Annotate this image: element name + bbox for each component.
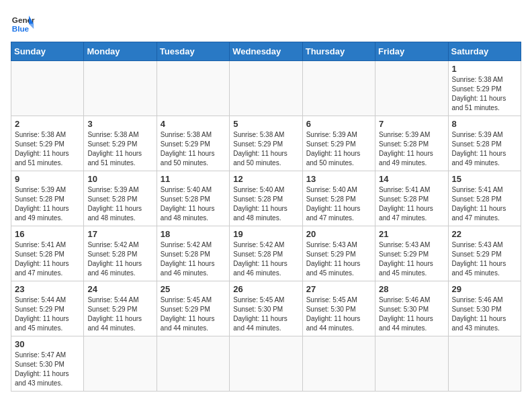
- calendar-cell: [230, 61, 302, 116]
- day-number: 29: [452, 284, 517, 294]
- day-content: Sunrise: 5:39 AM Sunset: 5:28 PM Dayligh…: [15, 185, 80, 223]
- day-number: 26: [233, 284, 298, 294]
- calendar-cell: 12Sunrise: 5:40 AM Sunset: 5:28 PM Dayli…: [230, 171, 302, 226]
- day-number: 8: [452, 119, 517, 129]
- calendar-week-3: 16Sunrise: 5:41 AM Sunset: 5:28 PM Dayli…: [11, 226, 521, 281]
- day-content: Sunrise: 5:46 AM Sunset: 5:30 PM Dayligh…: [379, 295, 444, 333]
- day-content: Sunrise: 5:42 AM Sunset: 5:28 PM Dayligh…: [233, 240, 298, 278]
- weekday-header-saturday: Saturday: [448, 42, 521, 61]
- page-header: General Blue: [11, 11, 521, 35]
- day-number: 22: [452, 229, 517, 239]
- day-content: Sunrise: 5:40 AM Sunset: 5:28 PM Dayligh…: [233, 185, 298, 223]
- day-number: 19: [233, 229, 298, 239]
- calendar-cell: 5Sunrise: 5:38 AM Sunset: 5:29 PM Daylig…: [230, 116, 302, 171]
- calendar-cell: [448, 336, 521, 392]
- day-number: 30: [15, 339, 80, 349]
- day-content: Sunrise: 5:39 AM Sunset: 5:29 PM Dayligh…: [306, 130, 371, 168]
- day-content: Sunrise: 5:38 AM Sunset: 5:29 PM Dayligh…: [15, 130, 80, 168]
- calendar-cell: 2Sunrise: 5:38 AM Sunset: 5:29 PM Daylig…: [11, 116, 84, 171]
- calendar-cell: 7Sunrise: 5:39 AM Sunset: 5:28 PM Daylig…: [375, 116, 448, 171]
- logo: General Blue: [11, 11, 35, 35]
- day-content: Sunrise: 5:44 AM Sunset: 5:29 PM Dayligh…: [87, 295, 152, 333]
- day-number: 18: [161, 229, 226, 239]
- calendar-cell: [157, 61, 229, 116]
- calendar-cell: [375, 61, 448, 116]
- day-content: Sunrise: 5:39 AM Sunset: 5:28 PM Dayligh…: [452, 130, 517, 168]
- day-number: 17: [87, 229, 152, 239]
- calendar-week-4: 23Sunrise: 5:44 AM Sunset: 5:29 PM Dayli…: [11, 281, 521, 336]
- calendar-cell: 9Sunrise: 5:39 AM Sunset: 5:28 PM Daylig…: [11, 171, 84, 226]
- day-number: 28: [379, 284, 444, 294]
- calendar-cell: [11, 61, 84, 116]
- weekday-header-sunday: Sunday: [11, 42, 84, 61]
- day-number: 5: [233, 119, 298, 129]
- day-number: 1: [452, 64, 517, 74]
- calendar-cell: 8Sunrise: 5:39 AM Sunset: 5:28 PM Daylig…: [448, 116, 521, 171]
- day-content: Sunrise: 5:39 AM Sunset: 5:28 PM Dayligh…: [379, 130, 444, 168]
- calendar-cell: 27Sunrise: 5:45 AM Sunset: 5:30 PM Dayli…: [302, 281, 375, 336]
- day-number: 13: [306, 174, 371, 184]
- weekday-header-friday: Friday: [375, 42, 448, 61]
- weekday-header-thursday: Thursday: [302, 42, 375, 61]
- day-content: Sunrise: 5:43 AM Sunset: 5:29 PM Dayligh…: [452, 240, 517, 278]
- calendar-cell: 13Sunrise: 5:40 AM Sunset: 5:28 PM Dayli…: [302, 171, 375, 226]
- calendar-cell: 26Sunrise: 5:45 AM Sunset: 5:30 PM Dayli…: [230, 281, 302, 336]
- day-number: 6: [306, 119, 371, 129]
- day-content: Sunrise: 5:44 AM Sunset: 5:29 PM Dayligh…: [15, 295, 80, 333]
- weekday-header-wednesday: Wednesday: [230, 42, 302, 61]
- calendar-cell: 20Sunrise: 5:43 AM Sunset: 5:29 PM Dayli…: [302, 226, 375, 281]
- day-content: Sunrise: 5:43 AM Sunset: 5:29 PM Dayligh…: [379, 240, 444, 278]
- weekday-header-monday: Monday: [84, 42, 157, 61]
- day-number: 12: [233, 174, 298, 184]
- calendar-cell: 23Sunrise: 5:44 AM Sunset: 5:29 PM Dayli…: [11, 281, 84, 336]
- day-number: 27: [306, 284, 371, 294]
- calendar-cell: 4Sunrise: 5:38 AM Sunset: 5:29 PM Daylig…: [157, 116, 229, 171]
- calendar-cell: [84, 336, 157, 392]
- day-content: Sunrise: 5:38 AM Sunset: 5:29 PM Dayligh…: [161, 130, 226, 168]
- weekday-header-tuesday: Tuesday: [157, 42, 229, 61]
- calendar-cell: 25Sunrise: 5:45 AM Sunset: 5:29 PM Dayli…: [157, 281, 229, 336]
- day-content: Sunrise: 5:41 AM Sunset: 5:28 PM Dayligh…: [379, 185, 444, 223]
- calendar-cell: 11Sunrise: 5:40 AM Sunset: 5:28 PM Dayli…: [157, 171, 229, 226]
- calendar-cell: 1Sunrise: 5:38 AM Sunset: 5:29 PM Daylig…: [448, 61, 521, 116]
- day-content: Sunrise: 5:41 AM Sunset: 5:28 PM Dayligh…: [452, 185, 517, 223]
- day-number: 7: [379, 119, 444, 129]
- day-content: Sunrise: 5:45 AM Sunset: 5:30 PM Dayligh…: [233, 295, 298, 333]
- day-content: Sunrise: 5:45 AM Sunset: 5:29 PM Dayligh…: [161, 295, 226, 333]
- calendar-week-0: 1Sunrise: 5:38 AM Sunset: 5:29 PM Daylig…: [11, 61, 521, 116]
- calendar-table: SundayMondayTuesdayWednesdayThursdayFrid…: [11, 42, 521, 392]
- day-number: 14: [379, 174, 444, 184]
- day-content: Sunrise: 5:46 AM Sunset: 5:30 PM Dayligh…: [452, 295, 517, 333]
- calendar-week-1: 2Sunrise: 5:38 AM Sunset: 5:29 PM Daylig…: [11, 116, 521, 171]
- calendar-cell: 3Sunrise: 5:38 AM Sunset: 5:29 PM Daylig…: [84, 116, 157, 171]
- calendar-cell: 14Sunrise: 5:41 AM Sunset: 5:28 PM Dayli…: [375, 171, 448, 226]
- calendar-cell: 6Sunrise: 5:39 AM Sunset: 5:29 PM Daylig…: [302, 116, 375, 171]
- day-content: Sunrise: 5:43 AM Sunset: 5:29 PM Dayligh…: [306, 240, 371, 278]
- svg-text:Blue: Blue: [12, 24, 30, 33]
- day-number: 11: [161, 174, 226, 184]
- calendar-cell: 21Sunrise: 5:43 AM Sunset: 5:29 PM Dayli…: [375, 226, 448, 281]
- day-number: 23: [15, 284, 80, 294]
- day-content: Sunrise: 5:38 AM Sunset: 5:29 PM Dayligh…: [87, 130, 152, 168]
- calendar-cell: [375, 336, 448, 392]
- day-number: 20: [306, 229, 371, 239]
- day-number: 3: [87, 119, 152, 129]
- weekday-header-row: SundayMondayTuesdayWednesdayThursdayFrid…: [11, 42, 521, 61]
- calendar-week-5: 30Sunrise: 5:47 AM Sunset: 5:30 PM Dayli…: [11, 336, 521, 392]
- calendar-cell: 30Sunrise: 5:47 AM Sunset: 5:30 PM Dayli…: [11, 336, 84, 392]
- day-number: 2: [15, 119, 80, 129]
- day-number: 4: [161, 119, 226, 129]
- calendar-cell: [157, 336, 229, 392]
- day-content: Sunrise: 5:38 AM Sunset: 5:29 PM Dayligh…: [452, 75, 517, 113]
- day-number: 10: [87, 174, 152, 184]
- day-content: Sunrise: 5:42 AM Sunset: 5:28 PM Dayligh…: [87, 240, 152, 278]
- day-content: Sunrise: 5:40 AM Sunset: 5:28 PM Dayligh…: [161, 185, 226, 223]
- day-content: Sunrise: 5:42 AM Sunset: 5:28 PM Dayligh…: [161, 240, 226, 278]
- day-number: 21: [379, 229, 444, 239]
- calendar-cell: 19Sunrise: 5:42 AM Sunset: 5:28 PM Dayli…: [230, 226, 302, 281]
- day-content: Sunrise: 5:38 AM Sunset: 5:29 PM Dayligh…: [233, 130, 298, 168]
- calendar-cell: 22Sunrise: 5:43 AM Sunset: 5:29 PM Dayli…: [448, 226, 521, 281]
- calendar-cell: 15Sunrise: 5:41 AM Sunset: 5:28 PM Dayli…: [448, 171, 521, 226]
- calendar-cell: 18Sunrise: 5:42 AM Sunset: 5:28 PM Dayli…: [157, 226, 229, 281]
- calendar-cell: 29Sunrise: 5:46 AM Sunset: 5:30 PM Dayli…: [448, 281, 521, 336]
